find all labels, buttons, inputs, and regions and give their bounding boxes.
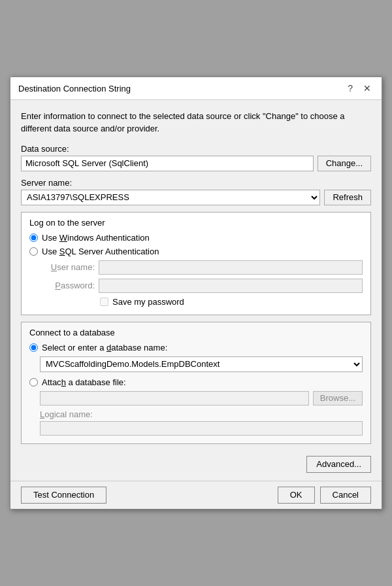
database-select[interactable]: MVCScaffoldingDemo.Models.EmpDBContext: [40, 356, 363, 372]
windows-auth-label[interactable]: Use Windows Authentication: [42, 233, 150, 243]
attach-file-row: Attach a database file:: [29, 377, 363, 387]
help-button[interactable]: ?: [345, 82, 355, 94]
logon-group-title: Log on to the server: [29, 218, 363, 228]
auth-fields: User name: Password: Save my password: [42, 260, 363, 307]
server-name-select[interactable]: ASIA13797\SQLEXPRESS: [21, 190, 320, 205]
password-input[interactable]: [99, 279, 363, 293]
save-password-checkbox[interactable]: [100, 298, 108, 306]
close-button[interactable]: ✕: [361, 82, 374, 94]
title-bar: Destination Connection String ? ✕: [10, 77, 382, 100]
username-field: User name:: [42, 260, 363, 275]
advanced-button[interactable]: Advanced...: [306, 456, 371, 473]
username-label: User name:: [42, 262, 95, 272]
username-input[interactable]: [99, 260, 363, 275]
title-bar-left: Destination Connection String: [18, 84, 131, 94]
database-group-title: Connect to a database: [29, 328, 363, 337]
select-db-label[interactable]: Select or enter a database name:: [42, 343, 167, 353]
server-name-row: ASIA13797\SQLEXPRESS Refresh: [21, 190, 371, 205]
sql-auth-label[interactable]: Use SQL Server Authentication: [42, 247, 159, 256]
attach-db-label[interactable]: Attach a database file:: [42, 377, 126, 387]
dialog-footer: Test Connection OK Cancel: [10, 481, 382, 509]
refresh-button[interactable]: Refresh: [324, 190, 371, 205]
windows-auth-radio[interactable]: [29, 233, 38, 242]
windows-auth-row: Use Windows Authentication: [29, 233, 363, 243]
server-name-group: Server name: ASIA13797\SQLEXPRESS Refres…: [21, 178, 371, 205]
footer-right: OK Cancel: [278, 487, 371, 504]
data-source-row: Change...: [21, 156, 371, 171]
attach-row: Browse...: [40, 391, 363, 405]
test-connection-button[interactable]: Test Connection: [21, 487, 106, 504]
sql-auth-row: Use SQL Server Authentication: [29, 247, 363, 256]
data-source-input[interactable]: [21, 156, 314, 171]
select-db-row: Select or enter a database name:: [29, 343, 363, 353]
server-name-label: Server name:: [21, 178, 371, 188]
select-db-radio[interactable]: [29, 343, 38, 352]
data-source-group: Data source: Change...: [21, 144, 371, 171]
save-password-label[interactable]: Save my password: [112, 297, 184, 307]
description-text: Enter information to connect to the sele…: [21, 111, 371, 134]
attach-db-radio[interactable]: [29, 378, 38, 387]
advanced-row: Advanced...: [21, 451, 371, 475]
logon-group: Log on to the server Use Windows Authent…: [21, 212, 371, 315]
dialog-title: Destination Connection String: [18, 84, 131, 94]
logical-name-input[interactable]: [40, 421, 363, 436]
attach-file-input[interactable]: [40, 391, 309, 405]
password-label: Password:: [42, 281, 95, 290]
title-controls: ? ✕: [345, 82, 374, 94]
cancel-button[interactable]: Cancel: [320, 487, 371, 504]
attach-indent: Browse... Logical name:: [29, 391, 363, 436]
browse-button[interactable]: Browse...: [313, 391, 363, 405]
db-select-row: MVCScaffoldingDemo.Models.EmpDBContext: [40, 356, 363, 372]
sql-auth-radio[interactable]: [29, 247, 38, 256]
data-source-label: Data source:: [21, 144, 371, 154]
dialog-content: Enter information to connect to the sele…: [10, 100, 382, 480]
save-password-row: Save my password: [100, 297, 363, 307]
ok-button[interactable]: OK: [278, 487, 315, 504]
change-button[interactable]: Change...: [318, 156, 371, 171]
database-group: Connect to a database Select or enter a …: [21, 322, 371, 444]
db-select-indent: MVCScaffoldingDemo.Models.EmpDBContext: [29, 356, 363, 372]
dialog-window: Destination Connection String ? ✕ Enter …: [10, 77, 382, 509]
logical-name-label: Logical name:: [40, 409, 363, 419]
password-field: Password:: [42, 279, 363, 293]
